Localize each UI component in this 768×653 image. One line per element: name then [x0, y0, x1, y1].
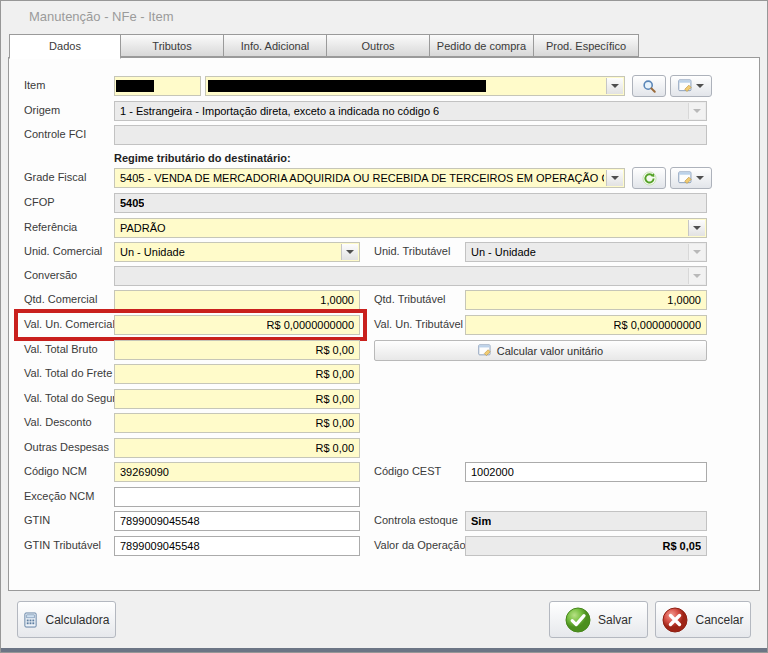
cancelar-label: Cancelar — [695, 613, 743, 627]
redacted-item-code — [116, 80, 154, 92]
grade-fiscal-combo[interactable]: 5405 - VENDA DE MERCADORIA ADQUIRIDA OU … — [114, 168, 625, 188]
controla-estoque-label: Controla estoque — [374, 514, 458, 526]
origem-label: Origem — [24, 104, 60, 116]
tab-prod-especifico[interactable]: Prod. Específico — [533, 34, 639, 57]
val-desconto-label: Val. Desconto — [24, 416, 92, 428]
refresh-icon — [642, 171, 657, 186]
salvar-button[interactable]: Salvar — [549, 601, 648, 638]
cancel-x-icon — [662, 607, 688, 633]
unid-tributavel-combo: Un - Unidade — [465, 242, 707, 262]
footer-bar: Calculadora Salvar Cancelar — [1, 591, 767, 648]
grade-fiscal-edit-split-button[interactable] — [670, 167, 712, 189]
unid-comercial-dropdown-arrow[interactable] — [341, 244, 358, 260]
calculator-icon — [23, 612, 38, 628]
edit-dropdown-arrow-icon — [696, 84, 704, 88]
val-un-comercial-field[interactable]: R$ 0,0000000000 — [114, 315, 360, 335]
origem-combo: 1 - Estrangeira - Importação direta, exc… — [114, 101, 707, 121]
val-total-seguro-label: Val. Total do Seguro — [24, 392, 122, 404]
val-desconto-field[interactable]: R$ 0,00 — [114, 413, 360, 433]
unid-tributavel-dropdown-arrow — [688, 244, 705, 260]
unid-comercial-label: Unid. Comercial — [24, 245, 102, 257]
codigo-ncm-field[interactable]: 39269090 — [114, 462, 360, 482]
window-bottom-edge — [1, 648, 767, 652]
search-icon — [642, 79, 657, 94]
item-edit-split-button[interactable] — [670, 75, 712, 97]
referencia-dropdown-arrow[interactable] — [688, 220, 705, 236]
valor-operacao-label: Valor da Operação — [374, 539, 466, 551]
qtd-tributavel-field[interactable]: 1,0000 — [465, 290, 707, 310]
val-total-bruto-label: Val. Total Bruto — [24, 343, 98, 355]
referencia-label: Referência — [24, 221, 77, 233]
controle-fci-label: Controle FCI — [24, 128, 86, 140]
val-total-frete-field[interactable]: R$ 0,00 — [114, 364, 360, 384]
item-label: Item — [24, 79, 45, 91]
origem-dropdown-arrow — [688, 103, 705, 119]
outras-despesas-label: Outras Despesas — [24, 441, 109, 453]
conversao-combo — [114, 266, 707, 286]
edit-form-icon — [678, 171, 693, 185]
calculate-note-icon — [478, 344, 492, 357]
item-search-button[interactable] — [632, 75, 666, 97]
qtd-tributavel-label: Qtd. Tributável — [374, 293, 446, 305]
dialog-window: Manutenção - NFe - Item Dados Tributos I… — [0, 0, 768, 653]
tab-pedido-de-compra[interactable]: Pedido de compra — [429, 34, 534, 57]
cfop-field: 5405 — [114, 193, 707, 213]
val-total-seguro-field[interactable]: R$ 0,00 — [114, 389, 360, 409]
window-title: Manutenção - NFe - Item — [29, 9, 174, 24]
excecao-ncm-label: Exceção NCM — [24, 490, 94, 502]
grade-fiscal-label: Grade Fiscal — [24, 171, 86, 183]
calcular-valor-unitario-label: Calcular valor unitário — [497, 345, 603, 357]
edit-dropdown-arrow-icon — [696, 176, 704, 180]
tab-dados[interactable]: Dados — [9, 34, 121, 59]
gtin-field[interactable]: 7899009045548 — [114, 511, 360, 531]
unid-comercial-combo[interactable]: Un - Unidade — [114, 242, 360, 262]
gtin-label: GTIN — [24, 514, 50, 526]
val-un-tributavel-field[interactable]: R$ 0,0000000000 — [465, 315, 707, 335]
calculadora-label: Calculadora — [45, 613, 109, 627]
controla-estoque-field: Sim — [465, 511, 707, 531]
val-total-bruto-field[interactable]: R$ 0,00 — [114, 340, 360, 360]
save-check-icon — [565, 607, 591, 633]
calcular-valor-unitario-button[interactable]: Calcular valor unitário — [374, 340, 707, 361]
codigo-cest-field[interactable]: 1002000 — [465, 462, 707, 482]
regime-tributario-header: Regime tributário do destinatário: — [114, 152, 291, 164]
qtd-comercial-label: Qtd. Comercial — [24, 293, 97, 305]
conversao-dropdown-arrow — [688, 268, 705, 284]
excecao-ncm-field[interactable] — [114, 487, 360, 507]
controle-fci-field — [114, 125, 707, 145]
gtin-tributavel-field[interactable]: 7899009045548 — [114, 536, 360, 556]
valor-operacao-field: R$ 0,05 — [465, 536, 707, 556]
unid-tributavel-label: Unid. Tributável — [374, 245, 450, 257]
codigo-ncm-label: Código NCM — [24, 465, 87, 477]
tab-panel-dados: Item Origem 1 - Estrangeira - Importação… — [8, 57, 760, 591]
gtin-tributavel-label: GTIN Tributável — [24, 539, 101, 551]
tab-info-adicional[interactable]: Info. Adicional — [223, 34, 327, 57]
salvar-label: Salvar — [598, 613, 632, 627]
redacted-item-description — [208, 80, 486, 92]
tab-outros[interactable]: Outros — [326, 34, 430, 57]
cfop-label: CFOP — [24, 196, 55, 208]
val-un-comercial-label: Val. Un. Comercial — [24, 318, 115, 330]
outras-despesas-field[interactable]: R$ 0,00 — [114, 438, 360, 458]
calculadora-button[interactable]: Calculadora — [17, 601, 116, 638]
val-total-frete-label: Val. Total do Frete — [24, 367, 112, 379]
item-description-dropdown-arrow[interactable] — [606, 78, 623, 94]
conversao-label: Conversão — [24, 269, 77, 281]
grade-fiscal-refresh-button[interactable] — [632, 167, 666, 189]
grade-fiscal-dropdown-arrow[interactable] — [606, 170, 623, 186]
tab-tributos[interactable]: Tributos — [120, 34, 224, 57]
edit-form-icon — [678, 79, 693, 93]
referencia-combo[interactable]: PADRÃO — [114, 218, 707, 238]
qtd-comercial-field[interactable]: 1,0000 — [114, 290, 360, 310]
codigo-cest-label: Código CEST — [374, 465, 441, 477]
val-un-tributavel-label: Val. Un. Tributável — [374, 318, 463, 330]
cancelar-button[interactable]: Cancelar — [655, 601, 751, 638]
